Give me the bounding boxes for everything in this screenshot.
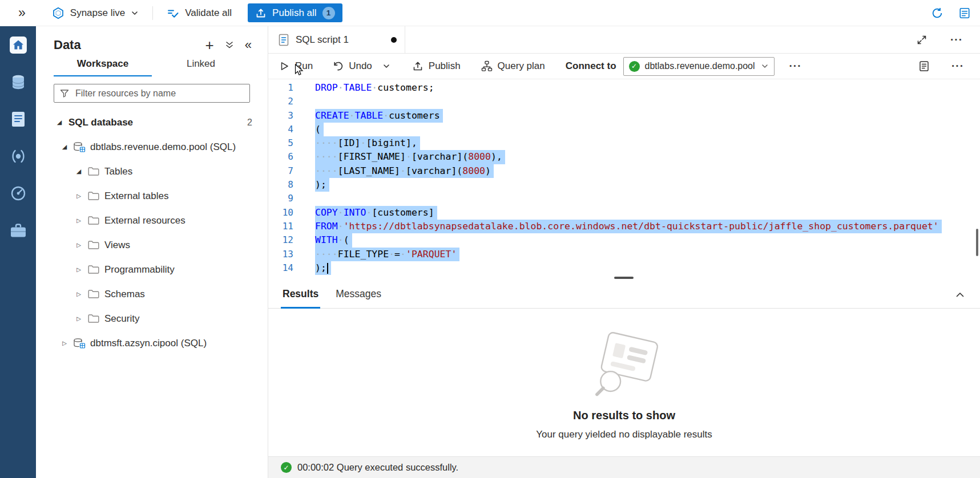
left-nav-rail [0,26,36,478]
monitor-icon[interactable] [6,181,30,205]
run-play-icon [279,60,290,72]
query-plan-button[interactable]: Query plan [475,54,551,79]
folder-icon [87,314,100,323]
pool-select-dropdown[interactable]: ✓ dbtlabs.revenue.demo.pool [623,57,775,76]
expanded-arrow-icon[interactable]: ◢ [73,168,84,175]
sql-script-icon [278,34,289,46]
develop-icon[interactable] [6,107,30,131]
code-text-selected: CREATE·TABLE·customers [315,109,443,123]
line-number: 14 [268,261,293,275]
no-results-illustration-icon [577,329,671,403]
collapsed-arrow-icon[interactable]: ▷ [73,315,84,322]
add-resource-icon[interactable]: + [205,38,214,52]
code-line[interactable]: 2 [268,95,980,108]
line-number: 2 [268,95,293,108]
tab-linked[interactable]: Linked [152,58,250,76]
synapse-logo-icon [52,7,64,19]
code-line[interactable]: 6····[FIRST_NAME]·[varchar](8000), [268,150,980,164]
validate-all-button[interactable]: Validate all [167,7,232,19]
collapsed-arrow-icon[interactable]: ▷ [59,340,70,346]
double-chevron-down-icon[interactable] [224,40,235,50]
tree-item[interactable]: ◢SQL database2 [36,110,268,135]
code-line[interactable]: 3CREATE·TABLE·customers [268,109,980,123]
unsaved-dot-icon [391,37,397,43]
line-number: 7 [268,164,293,178]
task-list-icon[interactable] [958,7,971,19]
code-line[interactable]: 7····[LAST_NAME]·[varchar](8000) [268,164,980,178]
horizontal-scrollbar[interactable] [614,277,634,279]
data-icon[interactable] [6,70,30,94]
collapsed-arrow-icon[interactable]: ▷ [73,217,84,224]
tree-item[interactable]: ▷External resources [36,208,268,233]
tree-item-label: Security [104,313,139,325]
workspace-name: Synapse live [70,7,125,19]
publish-all-button[interactable]: Publish all 1 [248,3,342,22]
code-text-selected: ····FILE_TYPE·=·'PARQUET' [315,248,459,261]
publish-button[interactable]: Publish [406,54,466,79]
undo-dropdown-icon[interactable] [378,54,395,79]
tab-sql-script-1[interactable]: SQL script 1 [268,26,405,53]
collapsed-arrow-icon[interactable]: ▷ [73,193,84,199]
collapse-panel-icon[interactable]: « [245,39,252,51]
expanded-arrow-icon[interactable]: ◢ [54,119,65,126]
undo-button[interactable]: Undo [326,54,378,79]
collapsed-arrow-icon[interactable]: ▷ [73,266,84,273]
toolbar-overflow-icon[interactable]: ··· [947,60,969,72]
publish-label: Publish [429,60,461,72]
toolbar-more-icon[interactable]: ··· [785,60,806,72]
query-plan-label: Query plan [498,60,545,72]
collapsed-arrow-icon[interactable]: ▷ [73,291,84,297]
tree-item[interactable]: ▷Programmability [36,257,268,282]
expanded-arrow-icon[interactable]: ◢ [59,143,70,151]
code-text-selected: ); [315,178,329,192]
tree-item[interactable]: ▷dbtmsft.azsyn.cipool (SQL) [36,331,268,355]
code-text: DROP·TABLE·customers; [315,81,434,95]
line-number: 13 [268,248,293,261]
code-line[interactable]: 12WITH·( [268,233,980,247]
home-icon[interactable] [6,33,30,57]
sql-code-editor[interactable]: 1DROP·TABLE·customers;23CREATE·TABLE·cus… [268,79,980,280]
tab-results[interactable]: Results [274,288,327,308]
query-plan-icon [481,60,493,72]
top-bar: » Synapse live Validate all Publish all … [0,0,980,26]
code-line[interactable]: 10COPY·INTO·[customers] [268,206,980,220]
expand-icon[interactable] [916,34,927,46]
code-line[interactable]: 1DROP·TABLE·customers; [268,81,980,95]
main-area: SQL script 1 ··· Run Undo [268,26,980,478]
collapse-results-icon[interactable] [955,290,965,300]
code-line[interactable]: 11FROM·'https://dbtlabsynapsedatalake.bl… [268,220,980,233]
run-button[interactable]: Run [273,54,318,79]
publish-count-badge: 1 [322,7,335,19]
code-line[interactable]: 4( [268,123,980,136]
properties-icon[interactable] [918,60,930,72]
tab-more-icon[interactable]: ··· [946,34,967,46]
integrate-icon[interactable] [6,144,30,168]
tree-item[interactable]: ◢dbtlabs.revenue.demo.pool (SQL) [36,135,268,159]
tree-item-label: Views [104,240,130,251]
code-line[interactable]: 14); [268,261,980,275]
code-line[interactable]: 8); [268,178,980,192]
refresh-icon[interactable] [931,7,943,19]
folder-icon [87,240,100,250]
tree-item-label: Schemas [104,289,145,300]
code-line[interactable]: 9 [268,192,980,205]
workspace-switcher[interactable]: Synapse live [52,7,139,19]
manage-icon[interactable] [6,218,30,242]
tree-item[interactable]: ▷External tables [36,184,268,208]
filter-input[interactable] [74,88,244,99]
connect-to-label: Connect to [566,60,616,72]
tree-item[interactable]: ▷Views [36,233,268,257]
tree-item[interactable]: ▷Schemas [36,282,268,306]
code-text-selected: WITH·( [315,233,352,247]
tree-item-label: Programmability [104,264,175,276]
tab-messages[interactable]: Messages [327,288,390,308]
tab-workspace[interactable]: Workspace [54,58,152,76]
double-chevron-right-icon[interactable]: » [18,6,26,19]
collapsed-arrow-icon[interactable]: ▷ [73,242,84,248]
code-line[interactable]: 13····FILE_TYPE·=·'PARQUET' [268,248,980,261]
code-line[interactable]: 5····[ID]·[bigint], [268,136,980,150]
tree-item[interactable]: ▷Security [36,306,268,331]
empty-results-subtitle: Your query yielded no displayable result… [536,429,712,440]
tree-item[interactable]: ◢Tables [36,159,268,184]
vertical-scrollbar[interactable] [976,229,978,256]
